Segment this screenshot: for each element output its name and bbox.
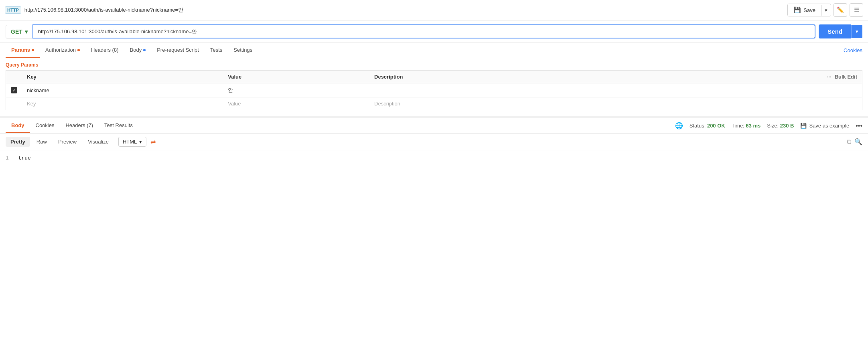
request-tabs: Params Authorization Headers (8) Body Pr… [0,43,868,58]
placeholder-value[interactable]: Value [223,97,369,110]
tab-headers[interactable]: Headers (8) [85,43,124,58]
viewer-tab-pretty[interactable]: Pretty [6,137,30,147]
response-tabs: Body Cookies Headers (7) Test Results 🌐 … [0,118,868,133]
tab-pre-request-label: Pre-request Script [157,47,199,53]
tab-settings[interactable]: Settings [228,43,258,58]
status-text-label: Status: [690,123,707,129]
notes-button[interactable]: ☰ [850,3,863,17]
time-text-label: Time: [732,123,746,129]
res-tab-test-results-label: Test Results [104,122,133,128]
response-more-button[interactable]: ••• [856,122,862,129]
save-btn-group: 💾 Save ▾ [787,4,831,16]
edit-icon: ✏️ [837,6,844,14]
time-label: Time: 63 ms [732,123,761,129]
row-key[interactable]: nickname [22,83,223,97]
save-example-floppy-icon: 💾 [800,123,807,129]
row-checkbox-cell[interactable]: ✓ [6,83,22,97]
more-dots-icon: ··· [827,74,831,80]
tab-tests-label: Tests [210,47,222,53]
tab-body[interactable]: Body [124,43,152,58]
res-tab-headers-label: Headers (7) [65,122,93,128]
line-number-1: 1 [6,155,9,161]
response-meta: 🌐 Status: 200 OK Time: 63 ms Size: 230 B… [675,122,862,129]
viewer-tabs: Pretty Raw Preview Visualize HTML ▾ ⇌ ⧉ … [0,133,868,150]
copy-button[interactable]: ⧉ [847,138,851,146]
search-button[interactable]: 🔍 [854,138,862,146]
send-label: Send [827,28,842,35]
save-button[interactable]: 💾 Save [788,4,821,16]
tab-tests[interactable]: Tests [205,43,228,58]
row-description[interactable] [369,83,610,97]
tab-body-label: Body [130,47,142,53]
cookies-link[interactable]: Cookies [844,47,862,53]
params-table: Key Value Description ··· Bulk Edit ✓ ni… [6,70,862,110]
tab-pre-request[interactable]: Pre-request Script [151,43,205,58]
row-bulk-empty [610,83,862,97]
save-dropdown-button[interactable]: ▾ [821,5,831,16]
search-icon: 🔍 [854,138,862,145]
method-label: GET [11,28,22,35]
res-tab-cookies[interactable]: Cookies [30,118,60,133]
top-bar: HTTP http://175.106.98.101:3000/auth/is-… [0,0,868,20]
row-value[interactable]: 안 [223,83,369,97]
send-dropdown-button[interactable]: ▾ [851,25,862,38]
col-bulk-edit: ··· Bulk Edit [610,71,862,83]
code-line-1: true [18,155,31,161]
col-checkbox [6,71,22,83]
globe-icon: 🌐 [675,122,683,129]
placeholder-bulk-empty [610,97,862,110]
viewer-tab-visualize-label: Visualize [88,139,109,145]
checkbox-checked[interactable]: ✓ [11,87,17,93]
params-dot [32,49,34,51]
wrap-icon: ⇌ [150,138,156,145]
res-tab-body-label: Body [11,122,24,128]
query-params-title: Query Params [0,58,868,70]
method-select[interactable]: GET ▾ [6,25,32,38]
save-chevron-icon: ▾ [825,7,827,13]
send-btn-group: Send ▾ [819,24,862,38]
viewer-tab-preview[interactable]: Preview [53,137,81,147]
col-description: Description [369,71,610,83]
request-bar: GET ▾ Send ▾ [0,20,868,43]
placeholder-checkbox-cell [6,97,22,110]
body-dot [143,49,146,51]
notes-icon: ☰ [854,6,859,14]
tab-authorization[interactable]: Authorization [40,43,85,58]
size-label: Size: 230 B [767,123,794,129]
viewer-tab-visualize[interactable]: Visualize [83,137,114,147]
table-row: ✓ nickname 안 [6,83,862,97]
save-example-button[interactable]: 💾 Save as example [800,123,849,129]
method-chevron-icon: ▾ [25,28,28,35]
save-example-label: Save as example [809,123,849,129]
viewer-tab-raw[interactable]: Raw [32,137,52,147]
save-floppy-icon: 💾 [793,6,801,14]
save-label: Save [803,7,815,13]
format-chevron-icon: ▾ [139,139,142,145]
topbar-url: http://175.106.98.101:3000/auth/is-avail… [24,6,785,14]
col-key: Key [22,71,223,83]
bulk-edit-label[interactable]: Bulk Edit [835,74,857,80]
edit-button[interactable]: ✏️ [834,3,847,17]
res-tab-body[interactable]: Body [6,118,30,133]
copy-icon: ⧉ [847,138,851,145]
viewer-tab-pretty-label: Pretty [10,139,25,145]
wrap-button[interactable]: ⇌ [150,138,156,146]
tab-settings-label: Settings [233,47,252,53]
res-tab-test-results[interactable]: Test Results [99,118,138,133]
res-tab-cookies-label: Cookies [36,122,55,128]
format-label: HTML [123,139,137,145]
status-value: 200 OK [707,123,725,129]
viewer-actions: ⧉ 🔍 [847,138,862,146]
format-select[interactable]: HTML ▾ [118,137,146,147]
tab-params[interactable]: Params [6,43,40,58]
tab-authorization-label: Authorization [45,47,76,53]
tab-params-label: Params [11,47,30,53]
send-button[interactable]: Send [819,24,851,38]
tab-headers-label: Headers (8) [91,47,119,53]
code-area: 1 true [0,150,868,166]
placeholder-description[interactable]: Description [369,97,610,110]
url-input[interactable] [32,24,816,38]
placeholder-key[interactable]: Key [22,97,223,110]
viewer-tab-raw-label: Raw [37,139,47,145]
res-tab-headers[interactable]: Headers (7) [60,118,99,133]
